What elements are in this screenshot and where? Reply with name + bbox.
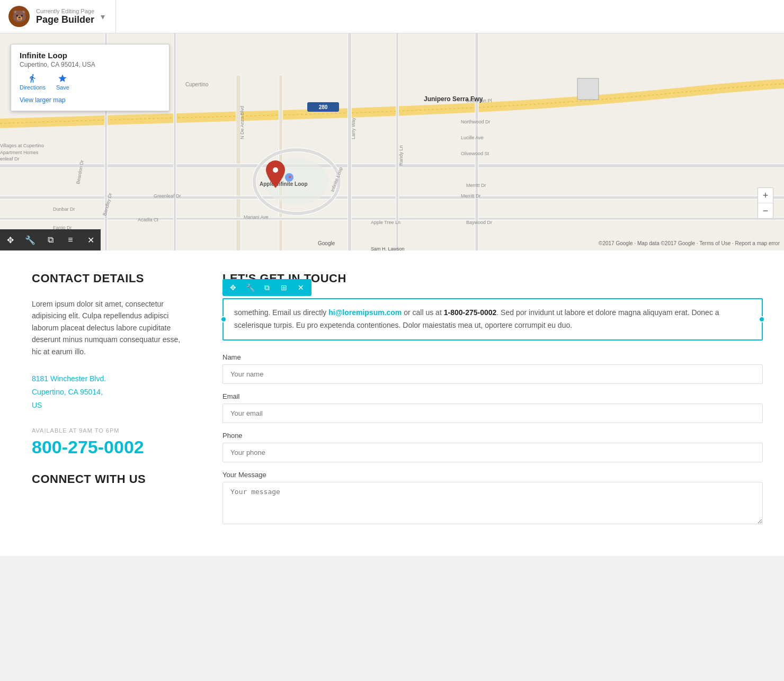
- map-action-row: Directions Save: [20, 74, 161, 91]
- map-toolbar-move[interactable]: ✥: [0, 230, 20, 250]
- text-mid: or call us at: [402, 308, 443, 317]
- text-intro: something. Email us directly: [234, 308, 328, 317]
- top-bar-text: Currently Editing Page Page Builder: [36, 8, 94, 25]
- logo-emoji: 🐻: [12, 10, 26, 23]
- message-label: Your Message: [222, 471, 763, 479]
- svg-text:Lucille Ave: Lucille Ave: [461, 135, 484, 140]
- map-section: 280 Apple Infinite Loop 📍: [0, 33, 784, 250]
- directions-label: Directions: [20, 84, 46, 91]
- contact-details-title: CONTACT DETAILS: [32, 272, 191, 285]
- contact-left-column: CONTACT DETAILS Lorem ipsum dolor sit am…: [32, 272, 201, 535]
- email-label: Email: [222, 392, 763, 400]
- text-toolbar-settings[interactable]: 🔧: [242, 280, 259, 295]
- top-bar-subtitle: Currently Editing Page: [36, 8, 94, 14]
- svg-text:Acadia Ct: Acadia Ct: [138, 217, 159, 222]
- name-label: Name: [222, 353, 763, 361]
- top-bar: 🐻 Currently Editing Page Page Builder ▾: [0, 0, 784, 33]
- connect-title: CONNECT WITH US: [32, 472, 191, 486]
- svg-text:Apple Tree Ln: Apple Tree Ln: [371, 220, 400, 225]
- zoom-out-button[interactable]: −: [758, 203, 773, 218]
- svg-rect-57: [577, 78, 599, 100]
- svg-text:Randy Ln: Randy Ln: [398, 145, 404, 166]
- form-message-group: Your Message: [222, 471, 763, 526]
- text-block-handle-left[interactable]: [220, 316, 227, 322]
- text-block-container: ✥ 🔧 ⧉ ⊞ ✕ something. Email us directly h…: [222, 298, 763, 340]
- map-toolbar-copy[interactable]: ⧉: [40, 230, 60, 250]
- map-info-box: Infinite Loop Cupertino, CA 95014, USA D…: [11, 44, 170, 111]
- map-toolbar-list[interactable]: ≡: [60, 230, 81, 250]
- contact-address: 8181 Winchester Blvd. Cupertino, CA 9501…: [32, 372, 191, 413]
- text-toolbar-move[interactable]: ✥: [225, 280, 242, 295]
- main-content: CONTACT DETAILS Lorem ipsum dolor sit am…: [0, 250, 784, 556]
- svg-text:enleaf Dr: enleaf Dr: [0, 156, 20, 162]
- text-block-toolbar: ✥ 🔧 ⧉ ⊞ ✕: [222, 279, 311, 296]
- directions-button[interactable]: Directions: [20, 74, 46, 91]
- svg-text:N De Anza Blvd: N De Anza Blvd: [239, 106, 245, 139]
- svg-text:Northwood Dr: Northwood Dr: [461, 119, 491, 124]
- phone-input[interactable]: [222, 443, 763, 462]
- svg-text:Junipero Serra Fwy: Junipero Serra Fwy: [424, 95, 483, 103]
- svg-text:Apartment Homes: Apartment Homes: [0, 150, 39, 155]
- svg-text:Olivewood St: Olivewood St: [461, 151, 489, 156]
- email-link[interactable]: hi@loremipsum.com: [328, 308, 402, 317]
- intro-text-block: something. Email us directly hi@loremips…: [222, 298, 763, 340]
- form-email-group: Email: [222, 392, 763, 423]
- svg-text:Baywood Dr: Baywood Dr: [466, 220, 492, 225]
- zoom-in-button[interactable]: +: [758, 188, 773, 203]
- contact-section: CONTACT DETAILS Lorem ipsum dolor sit am…: [0, 250, 784, 556]
- logo: 🐻: [8, 6, 30, 27]
- map-copyright: ©2017 Google · Map data ©2017 Google · T…: [599, 240, 780, 246]
- save-button[interactable]: Save: [56, 74, 69, 91]
- svg-text:Villages at Cupertino: Villages at Cupertino: [0, 143, 44, 148]
- svg-text:Sam H. Lawson: Sam H. Lawson: [371, 246, 405, 250]
- chevron-down-icon[interactable]: ▾: [101, 12, 105, 22]
- svg-point-29: [273, 167, 278, 173]
- view-larger-map-link[interactable]: View larger map: [20, 96, 65, 104]
- svg-text:Merritt Dr: Merritt Dr: [461, 193, 481, 199]
- available-label: AVAILABLE AT 9AM TO 6PM: [32, 427, 191, 434]
- phone-bold: 1-800-275-0002: [444, 308, 497, 317]
- top-bar-divider: [115, 0, 116, 33]
- svg-text:Google: Google: [318, 240, 335, 246]
- svg-text:Larry Way: Larry Way: [351, 118, 356, 139]
- map-toolbar-settings[interactable]: 🔧: [20, 230, 40, 250]
- map-zoom-controls: + −: [758, 187, 773, 219]
- text-toolbar-copy[interactable]: ⧉: [259, 280, 275, 295]
- name-input[interactable]: [222, 364, 763, 384]
- save-label: Save: [56, 84, 69, 91]
- svg-text:Cupertino: Cupertino: [185, 82, 209, 87]
- map-element-toolbar: ✥ 🔧 ⧉ ≡ ✕: [0, 229, 101, 250]
- svg-text:Mariani Ave: Mariani Ave: [244, 214, 269, 220]
- contact-phone: 800-275-0002: [32, 437, 191, 458]
- text-toolbar-close[interactable]: ✕: [292, 280, 309, 295]
- svg-text:Dunbar Dr: Dunbar Dr: [53, 207, 75, 212]
- form-name-group: Name: [222, 353, 763, 384]
- text-block-handle-right[interactable]: [759, 316, 765, 322]
- text-toolbar-columns[interactable]: ⊞: [275, 280, 292, 295]
- contact-details-body: Lorem ipsum dolor sit amet, consectetur …: [32, 298, 191, 357]
- phone-label: Phone: [222, 432, 763, 440]
- address-line3[interactable]: US: [32, 399, 191, 412]
- svg-text:Merritt Dr: Merritt Dr: [466, 183, 486, 188]
- svg-text:280: 280: [319, 104, 328, 110]
- svg-text:Greenleaf Dr: Greenleaf Dr: [154, 193, 181, 199]
- contact-right-column: LET'S GET IN TOUCH ✥ 🔧 ⧉ ⊞ ✕ something. …: [222, 272, 763, 535]
- map-location-address: Cupertino, CA 95014, USA: [20, 61, 161, 68]
- message-textarea[interactable]: [222, 482, 763, 524]
- email-input[interactable]: [222, 404, 763, 423]
- address-line2[interactable]: Cupertino, CA 95014,: [32, 386, 191, 399]
- svg-text:📍: 📍: [287, 175, 292, 181]
- top-bar-title: Page Builder: [36, 14, 94, 25]
- map-location-title: Infinite Loop: [20, 51, 161, 60]
- address-line1[interactable]: 8181 Winchester Blvd.: [32, 372, 191, 386]
- form-phone-group: Phone: [222, 432, 763, 462]
- map-toolbar-close[interactable]: ✕: [81, 230, 101, 250]
- svg-text:Apple Infinite Loop: Apple Infinite Loop: [260, 181, 308, 187]
